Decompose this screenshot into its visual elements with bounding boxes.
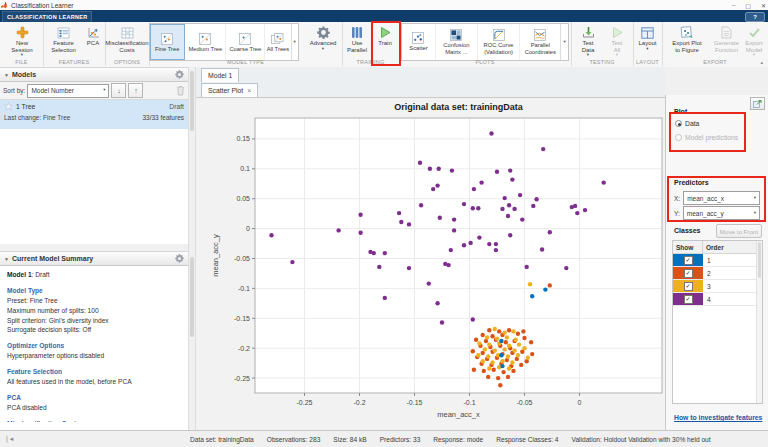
move-to-front-button[interactable]: Move to Front [716,224,762,238]
class-row[interactable]: ✓4 [673,293,762,306]
minimize-button[interactable]: – [732,2,735,8]
scatter-point-class-3 [500,359,504,363]
gallery-expand-button[interactable]: ▾ [291,24,299,60]
scatter-plot-button[interactable]: Scatter [402,24,436,60]
test-data-button[interactable]: Test Data ▾ [574,24,602,58]
sort-ascending-button[interactable]: ↑ [128,83,143,98]
scatter-point-class-3 [510,360,514,364]
models-panel-header[interactable]: ▼ Models [0,67,188,82]
scatter-point-class-4 [518,193,522,197]
scatter-point-class-4 [462,202,466,206]
scatter-point-class-3 [495,336,499,340]
use-parallel-button[interactable]: Use Parallel [344,24,370,53]
ribbon-group-model-type: Fine Tree Medium Tree Coarse Tree All Tr… [149,22,343,66]
delete-model-trash-icon[interactable] [176,85,185,96]
panel-splitter-scrollbar[interactable] [188,67,196,430]
scatter-point-class-2 [471,349,475,353]
tab-model-1[interactable]: Model 1 [201,68,239,82]
summary-panel-header[interactable]: ▼ Current Model Summary [0,251,188,266]
x-predictor-select[interactable]: mean_acc_x ▾ [683,191,760,205]
status-item: Size: 84 kB [333,436,366,443]
gear-icon[interactable] [175,70,184,79]
pca-button[interactable]: PCA [82,24,104,47]
sort-descending-button[interactable]: ↓ [111,83,126,98]
roc-curve-icon [493,29,505,41]
scatter-point-class-4 [495,170,499,174]
test-data-icon [582,24,595,39]
export-model-button[interactable]: Export Model ▾ [741,24,767,58]
scatter-point-class-3 [477,341,481,345]
svg-text:-0.05: -0.05 [234,255,250,262]
maximize-button[interactable]: ▢ [745,2,751,9]
ribbon-group-plots: Scatter Confusion Matrix ... ROC Curve (… [399,22,572,66]
summary-section-heading: PCA [7,393,181,403]
svg-text:-0.25: -0.25 [234,375,250,382]
classes-table-scrollbar[interactable] [756,241,762,403]
test-all-button[interactable]: Test All ▾ [604,24,630,58]
close-tab-icon[interactable]: × [247,87,251,94]
scrollbar-thumb[interactable] [190,71,194,131]
help-button[interactable]: ? [745,12,765,22]
scatter-point-class-4 [602,180,606,184]
parallel-coordinates-button[interactable]: Parallel Coordinates [520,24,560,60]
scatter-plot-canvas[interactable]: -0.25-0.2-0.15-0.1-0.0500.150.10.050-0.0… [196,97,665,430]
classes-table: Show Order ✓1✓2✓3✓4 [672,240,763,404]
scatter-point-class-4 [435,183,439,187]
document-tab-bar: Model 1 [196,67,665,83]
class-row[interactable]: ✓3 [673,280,762,293]
model-status-badge: Draft [169,103,184,110]
misclassification-costs-button[interactable]: Misclassification Costs [102,24,152,53]
class-show-checkbox[interactable]: ✓ [684,295,693,304]
class-show-checkbox[interactable]: ✓ [684,282,693,291]
class-row[interactable]: ✓1 [673,254,762,267]
class-row[interactable]: ✓2 [673,267,762,280]
svg-text:0.05: 0.05 [236,195,250,202]
new-session-button[interactable]: New Session ▾ [4,24,40,58]
model-summary-content: Model 1: Draft Model TypePreset: Fine Tr… [0,266,188,422]
feature-selection-button[interactable]: Feature Selection [45,24,82,53]
svg-text:0: 0 [246,225,250,232]
ribbon-group-options: Misclassification Costs OPTIONS [105,22,150,66]
advanced-button[interactable]: Advanced ▾ [305,24,341,51]
how-to-investigate-features-link[interactable]: How to investigate features [674,414,762,421]
class-order-cell: 4 [703,293,762,305]
scatter-point-class-2 [487,328,491,332]
generate-function-button[interactable]: Generate Function [712,24,741,53]
coarse-tree-button[interactable]: Coarse Tree [226,24,265,60]
sort-by-select[interactable]: Model Number ▾ [27,84,109,98]
scatter-point-class-4 [377,265,381,269]
summary-line: PCA disabled [7,403,181,413]
confusion-matrix-button[interactable]: Confusion Matrix ... [436,24,478,60]
model-predictions-radio[interactable]: Model predictions [675,134,738,141]
roc-curve-button[interactable]: ROC Curve (Validation) [478,24,521,60]
tab-scatter-plot[interactable]: Scatter Plot × [201,83,258,97]
scatter-point-class-4 [487,242,491,246]
window-title: Classification Learner [11,2,74,9]
train-button[interactable]: Train [373,24,397,47]
plots-gallery-expand-button[interactable]: ▾ [560,24,568,60]
ribbon-group-training: Use Parallel Train TRAINING [342,22,400,66]
y-predictor-select[interactable]: mean_acc_y ▾ [683,206,760,220]
export-plot-to-figure-button[interactable]: Export Plot to Figure [664,24,710,53]
model-list-item-1[interactable]: 1 Tree Draft Last change: Fine Tree 33/3… [0,100,188,129]
all-trees-button[interactable]: All Trees [265,24,290,60]
chevron-down-icon: ▾ [616,53,618,58]
class-show-checkbox[interactable]: ✓ [684,269,693,278]
undock-panel-button[interactable] [750,97,765,110]
scrollbar-thumb[interactable] [190,257,194,337]
scatter-point-class-2 [472,368,476,372]
undock-arrow-icon [753,100,762,108]
gear-icon[interactable] [175,254,184,263]
layout-button[interactable]: Layout ▾ [634,24,661,51]
data-radio[interactable]: Data [675,120,699,127]
collapse-status-icon[interactable]: ❘◂ [4,435,13,443]
summary-section-heading: Feature Selection [7,367,181,377]
class-show-checkbox[interactable]: ✓ [684,256,693,265]
medium-tree-button[interactable]: Medium Tree [185,24,226,60]
scatter-point-class-2 [497,329,501,333]
fine-tree-button[interactable]: Fine Tree [150,24,185,60]
scatter-point-class-3 [505,335,509,339]
plot-title: Original data set: trainingData [394,102,524,112]
collapse-ribbon-icon[interactable]: ▴ [760,59,763,65]
close-button[interactable]: ✕ [761,2,766,9]
